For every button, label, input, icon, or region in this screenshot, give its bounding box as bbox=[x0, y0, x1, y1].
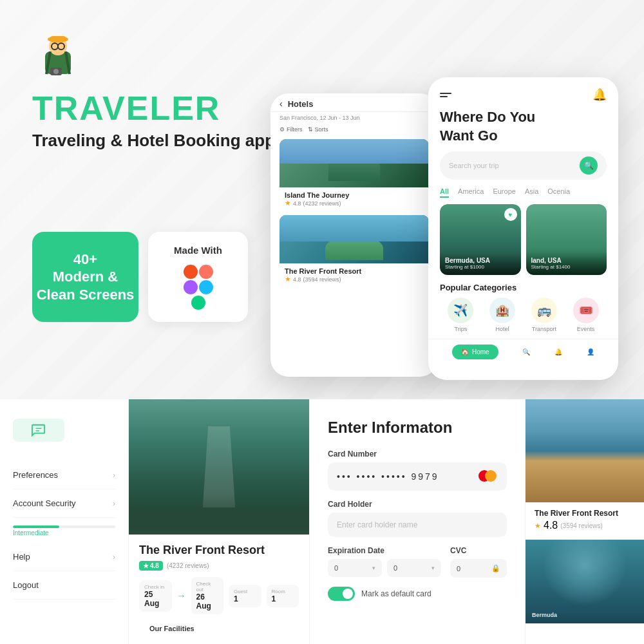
phone-mockup-hotels: ‹ Hotels San Francisco, 12 Jun - 13 Jun … bbox=[270, 93, 438, 377]
sort-chip: ⇅ Sorts bbox=[308, 126, 328, 133]
popular-categories-title: Popular Categories bbox=[428, 283, 618, 298]
card-number-dots: ••• •••• ••••• 9979 bbox=[337, 471, 473, 482]
photo-bottom-label: Bermuda bbox=[532, 612, 557, 618]
hotel-card-2: The River Front Resort ★ 4.8 (3594 revie… bbox=[279, 215, 429, 287]
expiry-month-select[interactable]: 0 ▾ bbox=[328, 559, 382, 577]
room-field: Room 1 bbox=[267, 585, 299, 607]
resort-review-count: (4232 reviews) bbox=[167, 562, 209, 569]
settings-panel: Preferences › Account Security › Interme… bbox=[0, 399, 129, 644]
hotel-name-1: Island The Journey bbox=[285, 191, 424, 199]
nav-bell[interactable]: 🔔 bbox=[554, 348, 562, 355]
cvc-group: CVC 0 🔒 bbox=[450, 546, 507, 578]
figma-icon bbox=[184, 265, 213, 310]
cat-label-events: Events bbox=[577, 326, 595, 332]
back-arrow-icon: ‹ bbox=[279, 99, 283, 109]
chat-icon-button[interactable] bbox=[13, 419, 64, 442]
hamburger-icon bbox=[440, 93, 451, 97]
resort-rating-value: 4.8 bbox=[150, 562, 159, 569]
bell-icon: 🔔 bbox=[592, 88, 607, 102]
screens-count-text: 40+Modern &Clean Screens bbox=[37, 251, 135, 304]
search-placeholder: Search your trip bbox=[449, 162, 580, 169]
mastercard-icon bbox=[478, 470, 498, 483]
top-section: TRAVELER Traveling & Hotel Booking app 4… bbox=[0, 0, 644, 399]
expiry-month-value: 0 bbox=[334, 564, 338, 572]
hotel-info-1: Island The Journey ★ 4.8 (4232 reviews) bbox=[279, 187, 429, 211]
photo-rating-value: 4.8 bbox=[544, 520, 558, 531]
progress-section: Intermediate bbox=[13, 518, 115, 543]
phone-mockup-search: 🔔 Where Do YouWant Go Search your trip 🔍… bbox=[428, 77, 618, 380]
card-number-label: Card Number bbox=[328, 450, 507, 459]
expiry-label: Expiration Date bbox=[328, 546, 441, 555]
nav-search[interactable]: 🔍 bbox=[522, 348, 530, 355]
menu-item-account-security[interactable]: Account Security › bbox=[13, 489, 115, 518]
figma-color-orange bbox=[199, 265, 213, 279]
dest-overlay-2: Iand, USA Starting at $1400 bbox=[526, 252, 607, 275]
card-number-field[interactable]: ••• •••• ••••• 9979 bbox=[328, 462, 507, 491]
transport-icon-circle: 🚌 bbox=[531, 298, 557, 323]
arrow-between-icon: → bbox=[177, 591, 186, 601]
menu-item-logout[interactable]: Logout bbox=[13, 571, 115, 600]
photo-card-top bbox=[526, 399, 644, 502]
lock-icon: 🔒 bbox=[491, 564, 500, 573]
resort-rating-badge: ★ 4.8 bbox=[139, 561, 163, 571]
dest-price-2: Starting at $1400 bbox=[531, 264, 602, 270]
events-icon-circle: 🎟️ bbox=[573, 298, 599, 323]
traveler-mascot-icon bbox=[32, 32, 84, 84]
progress-label: Intermediate bbox=[13, 529, 115, 536]
search-button[interactable]: 🔍 bbox=[580, 156, 598, 175]
mc-right-circle bbox=[485, 470, 497, 482]
figma-color-blue bbox=[199, 280, 213, 294]
guest-field: Guest 1 bbox=[229, 585, 261, 607]
checkout-label: Check out bbox=[196, 581, 219, 592]
cvc-label: CVC bbox=[450, 546, 507, 555]
progress-fill bbox=[13, 526, 59, 528]
guest-value: 1 bbox=[234, 594, 256, 603]
menu-item-help[interactable]: Help › bbox=[13, 543, 115, 571]
resort-content: The River Front Resort ★ 4.8 (4232 revie… bbox=[129, 535, 309, 641]
default-card-toggle[interactable] bbox=[328, 587, 355, 601]
nav-home[interactable]: 🏠 Home bbox=[452, 345, 498, 359]
cat-tab-europe[interactable]: Europe bbox=[493, 187, 515, 198]
cat-label-trips: Trips bbox=[455, 326, 468, 332]
cat-tab-ocenia[interactable]: Ocenia bbox=[547, 187, 570, 198]
filter-chip: ⚙ Filters bbox=[279, 126, 303, 133]
category-tabs: All America Europe Asia Ocenia bbox=[428, 187, 618, 198]
dest-card-2: Iand, USA Starting at $1400 bbox=[526, 204, 607, 275]
menu-label-logout: Logout bbox=[13, 580, 39, 590]
resort-hero-image bbox=[129, 399, 309, 535]
cat-events: 🎟️ Events bbox=[573, 298, 599, 332]
hotel-icon-circle: 🏨 bbox=[489, 298, 515, 323]
trips-icon-circle: ✈️ bbox=[448, 298, 473, 323]
heart-icon-1[interactable]: ♥ bbox=[504, 208, 517, 221]
photo-star-icon: ★ bbox=[535, 522, 541, 530]
expiry-year-select[interactable]: 0 ▾ bbox=[387, 559, 441, 577]
cat-trips: ✈️ Trips bbox=[448, 298, 473, 332]
cat-tab-asia[interactable]: Asia bbox=[525, 187, 538, 198]
ham-line-2 bbox=[440, 96, 448, 97]
card-holder-field[interactable]: Enter card holder name bbox=[328, 513, 507, 537]
nav-profile[interactable]: 👤 bbox=[587, 348, 594, 355]
menu-item-preferences[interactable]: Preferences › bbox=[13, 461, 115, 489]
room-label: Room bbox=[272, 589, 294, 594]
cvc-input[interactable]: 0 🔒 bbox=[450, 559, 507, 578]
destinations-grid: Bermuda, USA Starting at $1000 ♥ Iand, U… bbox=[428, 204, 618, 275]
menu-label-preferences: Preferences bbox=[13, 470, 58, 480]
checkout-field: Check out 26 Aug bbox=[191, 577, 224, 614]
cat-tab-all[interactable]: All bbox=[440, 187, 449, 198]
search-bar[interactable]: Search your trip 🔍 bbox=[440, 151, 607, 180]
nav-home-label: Home bbox=[472, 348, 489, 355]
bottom-section: Preferences › Account Security › Interme… bbox=[0, 399, 644, 644]
hotel-name-2: The River Front Resort bbox=[285, 267, 424, 275]
resort-name: The River Front Resort bbox=[139, 544, 299, 557]
branding-area: TRAVELER Traveling & Hotel Booking app bbox=[32, 32, 275, 152]
cat-transport: 🚌 Transport bbox=[531, 298, 557, 332]
figma-color-purple bbox=[184, 280, 198, 294]
beach-scene-bg bbox=[526, 399, 644, 502]
categories-row: ✈️ Trips 🏨 Hotel 🚌 Transport 🎟️ Events bbox=[428, 298, 618, 332]
booking-row: Check in 25 Aug → Check out 26 Aug Guest… bbox=[139, 577, 299, 614]
phone1-hotels-header: ‹ Hotels bbox=[270, 93, 438, 112]
svg-point-8 bbox=[53, 69, 59, 74]
svg-rect-3 bbox=[50, 36, 66, 41]
cat-tab-america[interactable]: America bbox=[458, 187, 484, 198]
menu-arrow-account-security: › bbox=[113, 499, 115, 508]
